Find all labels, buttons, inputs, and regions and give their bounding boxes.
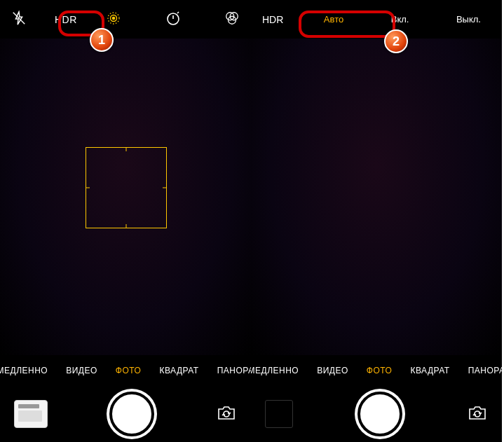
mode-photo[interactable]: ФОТО xyxy=(367,366,393,375)
mode-video[interactable]: ВИДЕО xyxy=(317,366,348,375)
mode-pano[interactable]: ПАНОРА xyxy=(468,366,502,375)
camera-viewfinder[interactable] xyxy=(251,39,502,355)
last-photo-thumbnail[interactable] xyxy=(265,400,293,428)
mode-video[interactable]: ВИДЕО xyxy=(66,366,97,375)
camera-mode-strip[interactable]: МЕДЛЕННО ВИДЕО ФОТО КВАДРАТ ПАНОРА xyxy=(0,355,251,386)
mode-pano[interactable]: ПАНОРА xyxy=(217,366,251,375)
phone-screen-left: HDR xyxy=(0,0,251,442)
shutter-button[interactable] xyxy=(109,392,154,436)
mode-square[interactable]: КВАДРАТ xyxy=(159,366,198,375)
camera-viewfinder[interactable] xyxy=(0,39,251,355)
live-photo-icon[interactable] xyxy=(105,10,122,29)
mode-photo[interactable]: ФОТО xyxy=(116,366,142,375)
mode-square[interactable]: КВАДРАТ xyxy=(410,366,449,375)
top-bar-left-group: HDR xyxy=(11,10,122,29)
camera-mode-strip[interactable]: МЕДЛЕННО ВИДЕО ФОТО КВАДРАТ ПАНОРА xyxy=(251,355,502,386)
hdr-option-off[interactable]: Выкл. xyxy=(447,10,491,29)
hdr-options-bar: HDR Авто Вкл. Выкл. xyxy=(251,0,502,39)
hdr-label: HDR xyxy=(262,14,286,25)
shutter-button[interactable] xyxy=(357,392,402,436)
svg-point-3 xyxy=(112,17,114,19)
camera-bottom-bar xyxy=(0,386,251,442)
timer-icon[interactable] xyxy=(165,10,182,29)
phone-screen-right: HDR Авто Вкл. Выкл. МЕДЛЕННО ВИДЕО ФОТО … xyxy=(251,0,502,442)
hdr-option-on[interactable]: Вкл. xyxy=(381,10,419,29)
hdr-button[interactable]: HDR xyxy=(46,10,86,29)
mode-slomo[interactable]: МЕДЛЕННО xyxy=(0,366,48,375)
last-photo-thumbnail[interactable] xyxy=(14,400,48,428)
switch-camera-icon[interactable] xyxy=(467,403,488,424)
switch-camera-icon[interactable] xyxy=(216,403,237,424)
focus-indicator xyxy=(86,147,167,228)
flash-off-icon[interactable] xyxy=(11,11,27,29)
filters-icon[interactable] xyxy=(224,11,240,29)
mode-slomo[interactable]: МЕДЛЕННО xyxy=(251,366,299,375)
camera-bottom-bar xyxy=(251,386,502,442)
hdr-option-auto[interactable]: Авто xyxy=(314,10,353,29)
camera-top-bar: HDR xyxy=(0,0,251,39)
